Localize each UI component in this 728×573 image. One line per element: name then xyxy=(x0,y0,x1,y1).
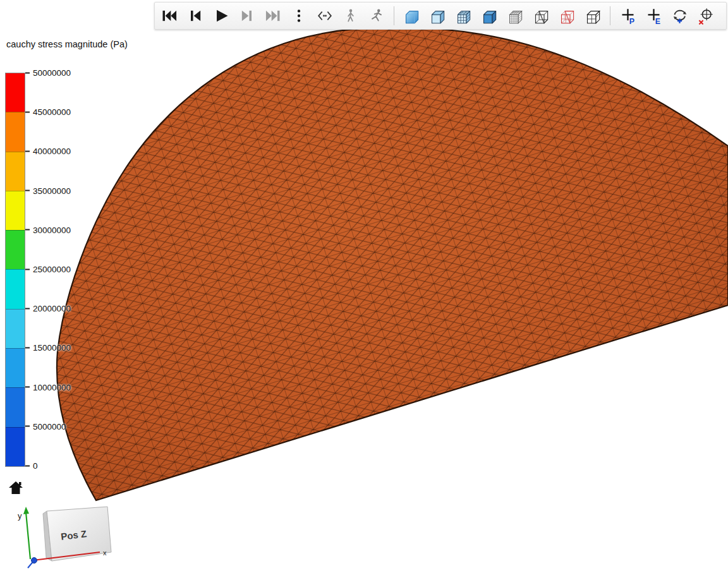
more-options-button[interactable] xyxy=(287,4,311,28)
legend-color-segment xyxy=(6,152,25,191)
toolbar-separator xyxy=(394,6,394,25)
toolbar-separator xyxy=(610,6,610,25)
legend-colorbar xyxy=(5,73,25,467)
pivot-edge-button[interactable]: E xyxy=(641,4,665,28)
outlined-cube-icon xyxy=(429,8,446,25)
mesh-cube-icon xyxy=(455,8,472,25)
solid-view-button[interactable] xyxy=(477,4,501,28)
time-range-button[interactable] xyxy=(313,4,337,28)
walk-animation-button[interactable] xyxy=(339,4,363,28)
crosshair-p-icon: P xyxy=(619,8,636,25)
solid-outline-view-button[interactable] xyxy=(425,4,449,28)
wireframe-view-button[interactable] xyxy=(529,4,553,28)
dense-mesh-view-button[interactable] xyxy=(503,4,527,28)
step-back-button[interactable] xyxy=(183,4,207,28)
legend-color-segment xyxy=(6,427,25,466)
solid-cube-icon xyxy=(481,8,498,25)
legend-tick: 10000000 xyxy=(25,382,71,392)
rotate-arrows-icon xyxy=(671,8,688,25)
shaded-cube-icon xyxy=(403,8,420,25)
outline-view-button[interactable] xyxy=(581,4,605,28)
legend-tick: 5000000 xyxy=(25,421,66,431)
step-back-icon xyxy=(186,7,204,25)
skip-to-first-icon xyxy=(161,7,178,25)
play-icon xyxy=(212,7,230,25)
y-axis-label: y xyxy=(18,511,22,521)
x-axis-label: x xyxy=(103,549,107,557)
crosshair-e-icon: E xyxy=(645,8,662,25)
skip-to-last-icon xyxy=(264,7,282,25)
y-axis-arrow xyxy=(23,507,29,514)
skip-to-last-button[interactable] xyxy=(261,4,285,28)
step-forward-icon xyxy=(238,7,256,25)
run-animation-button[interactable] xyxy=(365,4,389,28)
legend-color-segment xyxy=(6,73,25,112)
legend-tick: 0 xyxy=(25,461,38,471)
step-forward-button[interactable] xyxy=(235,4,259,28)
mesh-view-button[interactable] xyxy=(451,4,475,28)
home-icon xyxy=(8,480,24,495)
wireframe-cube-icon xyxy=(533,8,550,25)
feature-edges-view-button[interactable] xyxy=(555,4,579,28)
walking-person-icon xyxy=(343,8,359,24)
reset-view-button[interactable] xyxy=(8,480,24,498)
legend-ticks: 5000000045000000400000003500000030000000… xyxy=(25,73,107,467)
legend-tick: 40000000 xyxy=(25,147,71,156)
legend-tick: 50000000 xyxy=(25,68,71,78)
legend-tick: 45000000 xyxy=(25,107,71,117)
svg-text:E: E xyxy=(655,16,660,24)
svg-text:P: P xyxy=(629,16,634,24)
legend-tick: 25000000 xyxy=(25,265,71,274)
shaded-view-button[interactable] xyxy=(399,4,423,28)
outline-cube-icon xyxy=(585,8,602,25)
skip-to-first-button[interactable] xyxy=(157,4,181,28)
play-button[interactable] xyxy=(209,4,233,28)
y-axis xyxy=(26,512,30,559)
legend-color-segment xyxy=(6,348,25,387)
legend-color-segment xyxy=(6,230,25,269)
zoom-region-button[interactable] xyxy=(693,4,717,28)
legend-color-segment xyxy=(6,387,25,426)
legend-title: cauchy stress magnitude (Pa) xyxy=(6,39,128,49)
zoom-crosshair-icon xyxy=(697,8,714,25)
legend-tick: 20000000 xyxy=(25,304,71,313)
dome-wireframe xyxy=(57,27,728,500)
pivot-point-button[interactable]: P xyxy=(616,4,640,28)
legend-tick: 30000000 xyxy=(25,225,71,234)
vertical-ellipsis-icon xyxy=(291,8,307,24)
legend-color-segment xyxy=(6,269,25,308)
origin-ball xyxy=(32,558,37,564)
application-window: P E cauchy st xyxy=(0,0,728,573)
legend-color-segment xyxy=(6,309,25,348)
mesh-viewport[interactable] xyxy=(0,0,728,573)
legend-tick: 15000000 xyxy=(25,343,71,353)
dense-mesh-cube-icon xyxy=(507,8,524,25)
legend-color-segment xyxy=(6,191,25,230)
fea-mesh-dome[interactable] xyxy=(57,27,728,500)
running-person-icon xyxy=(368,8,385,24)
legend-color-segment xyxy=(6,112,25,151)
axis-triad[interactable]: Pos Z y x xyxy=(11,502,125,573)
red-wireframe-cube-icon xyxy=(559,8,576,25)
legend-tick: 35000000 xyxy=(25,186,71,195)
toolbar: P E xyxy=(154,2,727,30)
rotate-tracking-button[interactable] xyxy=(667,4,691,28)
time-range-icon xyxy=(317,8,333,24)
